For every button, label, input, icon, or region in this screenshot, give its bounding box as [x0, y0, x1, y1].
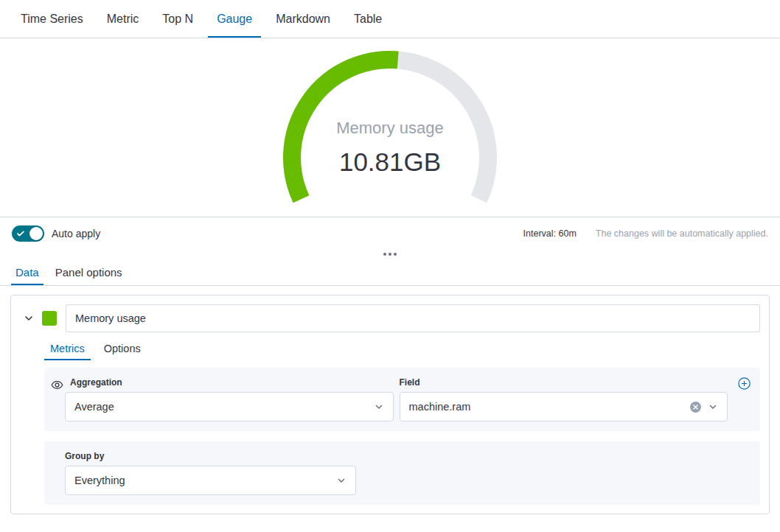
- drag-dot: [389, 253, 391, 256]
- aggregation-value: Average: [74, 401, 374, 413]
- clear-field-button[interactable]: [689, 401, 702, 413]
- visualization-type-tabs: Time Series Metric Top N Gauge Markdown …: [0, 0, 780, 38]
- toolbar-right-info: Interval: 60m The changes will be automa…: [523, 228, 768, 239]
- chevron-down-icon: [336, 475, 347, 486]
- series-header-row: [20, 304, 760, 332]
- group-by-label: Group by: [65, 451, 728, 461]
- group-by-select[interactable]: Everything: [65, 466, 356, 495]
- field-select[interactable]: machine.ram: [400, 392, 728, 421]
- collapse-series-button[interactable]: [20, 309, 38, 327]
- tab-gauge[interactable]: Gauge: [208, 0, 261, 38]
- field-value: machine.ram: [409, 401, 690, 413]
- auto-apply-toolbar: Auto apply Interval: 60m The changes wil…: [0, 217, 780, 250]
- series-color-swatch[interactable]: [42, 311, 57, 326]
- toggle-thumb: [29, 227, 43, 240]
- check-icon: [16, 229, 25, 238]
- drag-dot: [394, 253, 397, 256]
- series-editor-panel: Metrics Options Aggregation Field Averag…: [10, 295, 770, 514]
- eye-icon[interactable]: [51, 379, 63, 391]
- add-metric-button[interactable]: [738, 377, 751, 390]
- aggregation-select[interactable]: Average: [65, 392, 394, 421]
- group-by-value: Everything: [74, 475, 336, 486]
- gauge-chart: Memory usage 10.81GB: [279, 51, 501, 211]
- chevron-down-icon: [708, 402, 718, 412]
- tab-data[interactable]: Data: [11, 259, 43, 285]
- tab-time-series[interactable]: Time Series: [12, 0, 92, 38]
- group-by-block: Group by Everything: [44, 441, 760, 505]
- series-label-input[interactable]: [66, 304, 760, 332]
- tab-top-n[interactable]: Top N: [153, 0, 202, 38]
- tab-metric[interactable]: Metric: [98, 0, 148, 38]
- aggregation-label: Aggregation: [65, 377, 394, 388]
- gauge-label: Memory usage: [336, 119, 444, 137]
- auto-apply-hint: The changes will be automatically applie…: [596, 228, 768, 239]
- aggregation-grid: Aggregation Field Average machine.ram: [65, 377, 728, 421]
- drag-dot: [383, 253, 386, 256]
- gauge-value: 10.81GB: [339, 147, 441, 176]
- tab-options[interactable]: Options: [98, 337, 147, 360]
- field-label: Field: [400, 377, 728, 388]
- tab-markdown[interactable]: Markdown: [267, 0, 339, 38]
- chevron-down-icon: [24, 313, 34, 323]
- chevron-down-icon: [374, 402, 384, 412]
- auto-apply-toggle[interactable]: [12, 225, 44, 242]
- tab-panel-options[interactable]: Panel options: [51, 259, 127, 285]
- editor-tabs: Data Panel options: [0, 259, 780, 286]
- panel-resize-handle[interactable]: [0, 250, 780, 259]
- auto-apply-label: Auto apply: [52, 228, 100, 239]
- aggregation-block: Aggregation Field Average machine.ram: [44, 368, 760, 431]
- interval-label: Interval: 60m: [523, 228, 577, 239]
- tab-table[interactable]: Table: [345, 0, 391, 38]
- gauge-panel: Memory usage 10.81GB: [0, 38, 780, 217]
- series-tabs: Metrics Options: [44, 337, 760, 360]
- tab-metrics[interactable]: Metrics: [44, 337, 91, 360]
